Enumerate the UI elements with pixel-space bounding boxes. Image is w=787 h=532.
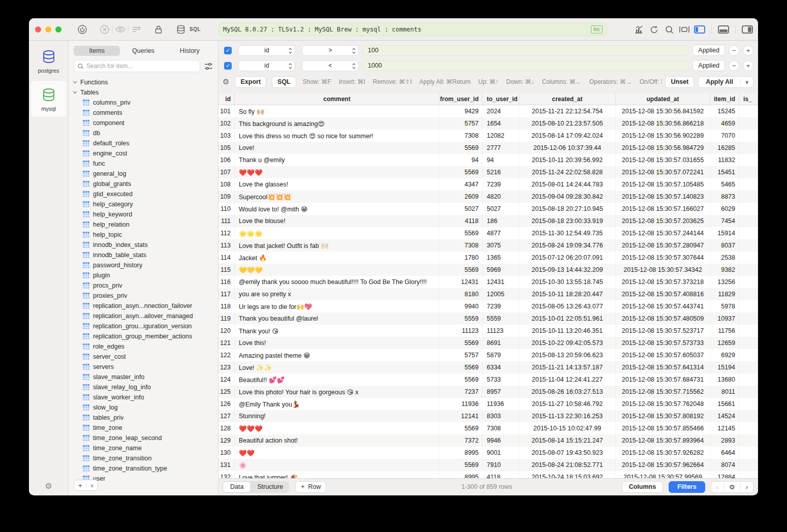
cell-is_[interactable]: [739, 459, 758, 471]
cell-comment[interactable]: Ur legs are to die for🙌💖: [235, 300, 439, 312]
table-row[interactable]: 114Jacket 🔥178013652015-07-12 06:20:07.0…: [218, 252, 758, 264]
sidebar-item-help_keyword[interactable]: help_keyword: [69, 209, 218, 220]
sidebar-item-help_relation[interactable]: help_relation: [69, 220, 218, 230]
eye-icon[interactable]: [115, 24, 126, 35]
cell-item_id[interactable]: 6464: [710, 447, 739, 459]
cell-created_at[interactable]: 2015-08-10 21:23:57.505: [519, 117, 616, 130]
cell-id[interactable]: 120: [218, 325, 235, 337]
cell-from_user_id[interactable]: 7308: [439, 130, 483, 142]
cell-comment[interactable]: Jacket 🔥: [235, 252, 439, 264]
cell-from_user_id[interactable]: 5569: [439, 459, 483, 471]
cell-from_user_id[interactable]: 4118: [439, 215, 483, 227]
filter-value-input[interactable]: 100: [363, 45, 688, 56]
connection-mysql[interactable]: mysql: [31, 81, 67, 117]
cell-created_at[interactable]: 2015-08-07 19:43:50.923: [519, 447, 616, 459]
filter-column-select[interactable]: id: [238, 45, 295, 56]
cell-to_user_id[interactable]: 9001: [483, 447, 519, 459]
cell-updated_at[interactable]: 2015-12-08 15:30:56.866218: [616, 117, 710, 130]
cell-id[interactable]: 117: [218, 288, 235, 300]
cell-comment[interactable]: @emily thank you soooo much beautiful!!!…: [235, 276, 439, 288]
sidebar-item-replication_asynailover_managed[interactable]: replication_asyn...ailover_managed: [69, 311, 218, 321]
cell-item_id[interactable]: 15661: [710, 398, 739, 410]
cell-comment[interactable]: Love the blouse!: [235, 215, 439, 227]
cell-comment[interactable]: Love!: [235, 142, 439, 154]
cell-is_[interactable]: [739, 337, 758, 349]
cell-updated_at[interactable]: 2015-12-08 15:30:57.99569: [616, 471, 710, 478]
table-row[interactable]: 111Love the blouse!41181862015-08-18 23:…: [218, 215, 758, 227]
cell-created_at[interactable]: 2015-10-11 13:20:46.351: [519, 325, 616, 337]
cell-is_[interactable]: [739, 325, 758, 337]
connect-icon[interactable]: [77, 24, 88, 35]
sidebar-item-comments[interactable]: comments: [69, 108, 218, 118]
sidebar-item-replication_grouiguration_version[interactable]: replication_grou...iguration_version: [69, 321, 218, 331]
cell-is_[interactable]: [739, 447, 758, 459]
cell-to_user_id[interactable]: 2024: [483, 105, 519, 117]
cell-item_id[interactable]: 15914: [710, 227, 739, 239]
cell-item_id[interactable]: 8011: [710, 386, 739, 398]
sidebar-item-slow_log[interactable]: slow_log: [69, 402, 218, 413]
cell-created_at[interactable]: 2015-08-14 17:09:42.024: [519, 130, 616, 142]
cell-updated_at[interactable]: 2015-12-08 15:30:57.307644: [616, 252, 710, 264]
cell-to_user_id[interactable]: 4118: [483, 471, 519, 478]
cell-to_user_id[interactable]: 1365: [483, 252, 519, 264]
cell-is_[interactable]: [739, 166, 758, 178]
cell-comment[interactable]: Thank you! 😘: [235, 325, 439, 337]
sidebar-item-password_history[interactable]: password_history: [69, 260, 218, 270]
disconnect-icon[interactable]: [99, 24, 110, 35]
cell-created_at[interactable]: 2015-11-24 22:02:58.828: [519, 166, 616, 178]
column-header-comment[interactable]: comment: [235, 93, 439, 105]
cell-created_at[interactable]: 2015-08-18 20:27:10.945: [519, 203, 616, 215]
sidebar-item-default_roles[interactable]: default_roles: [69, 138, 218, 148]
cell-is_[interactable]: [739, 398, 758, 410]
cell-from_user_id[interactable]: 2609: [439, 191, 483, 203]
cell-created_at[interactable]: 2015-11-30 12:54:49.735: [519, 227, 616, 239]
table-row[interactable]: 117you are so pretty x8180120052015-10-1…: [218, 288, 758, 300]
zoom-window-button[interactable]: [55, 26, 61, 33]
cell-to_user_id[interactable]: 8691: [483, 337, 519, 349]
cell-id[interactable]: 110: [218, 203, 235, 215]
sidebar-item-procs_priv[interactable]: procs_priv: [69, 280, 218, 291]
cell-created_at[interactable]: 2015-08-14 15:15:21.247: [519, 434, 616, 447]
search-icon[interactable]: [664, 24, 675, 35]
search-input[interactable]: Search for item...: [74, 60, 200, 72]
cell-updated_at[interactable]: 2015-12-08 15:30:57.893964: [616, 434, 710, 447]
cell-id[interactable]: 132: [218, 471, 235, 478]
cell-item_id[interactable]: 16285: [710, 142, 739, 154]
cell-updated_at[interactable]: 2015-12-08 15:30:57.203625: [616, 215, 710, 227]
cell-updated_at[interactable]: 2015-12-08 15:30:57.762048: [616, 398, 710, 410]
cell-is_[interactable]: [739, 422, 758, 434]
column-header-created_at[interactable]: created_at: [519, 93, 616, 105]
cell-updated_at[interactable]: 2015-12-08 15:30:56.841592: [616, 105, 710, 117]
filter-settings-gear-icon[interactable]: ⚙: [223, 77, 229, 86]
sidebar-item-tables_priv[interactable]: tables_priv: [69, 413, 218, 423]
cell-is_[interactable]: [739, 434, 758, 447]
cell-comment[interactable]: Love that jumper! 🍂: [235, 471, 439, 478]
cell-is_[interactable]: [739, 288, 758, 300]
cell-item_id[interactable]: 7454: [710, 215, 739, 227]
sidebar-item-columns_priv[interactable]: columns_priv: [69, 98, 218, 108]
cell-item_id[interactable]: 7070: [710, 130, 739, 142]
sidebar-item-innodb_table_stats[interactable]: innodb_table_stats: [69, 250, 218, 260]
cell-from_user_id[interactable]: 5757: [439, 117, 483, 130]
cell-is_[interactable]: [739, 178, 758, 191]
cell-from_user_id[interactable]: 9940: [439, 300, 483, 312]
sidebar-item-servers[interactable]: servers: [69, 362, 218, 372]
sidebar-item-time_zone[interactable]: time_zone: [69, 423, 218, 433]
cell-item_id[interactable]: 6029: [710, 203, 739, 215]
table-row[interactable]: 106Thank u @emily94942015-10-11 20:39:56…: [218, 154, 758, 166]
filter-operator-select[interactable]: >: [302, 45, 359, 56]
cell-updated_at[interactable]: 2015-12-08 15:30:57.244144: [616, 227, 710, 239]
cell-to_user_id[interactable]: 12082: [483, 130, 519, 142]
cell-item_id[interactable]: 8074: [710, 459, 739, 471]
cell-to_user_id[interactable]: 5027: [483, 203, 519, 215]
cell-created_at[interactable]: 2015-08-01 14:24:44.783: [519, 178, 616, 191]
cell-from_user_id[interactable]: 8995: [439, 447, 483, 459]
cell-created_at[interactable]: 2015-08-05 13:26:43.077: [519, 300, 616, 312]
cell-updated_at[interactable]: 2015-12-08 15:30:57.684731: [616, 373, 710, 386]
cell-id[interactable]: 118: [218, 300, 235, 312]
cell-from_user_id[interactable]: 12431: [439, 276, 483, 288]
cell-item_id[interactable]: 13680: [710, 373, 739, 386]
cell-to_user_id[interactable]: 8957: [483, 386, 519, 398]
cell-from_user_id[interactable]: 9429: [439, 105, 483, 117]
cell-created_at[interactable]: 2015-11-04 12:24:41.227: [519, 373, 616, 386]
